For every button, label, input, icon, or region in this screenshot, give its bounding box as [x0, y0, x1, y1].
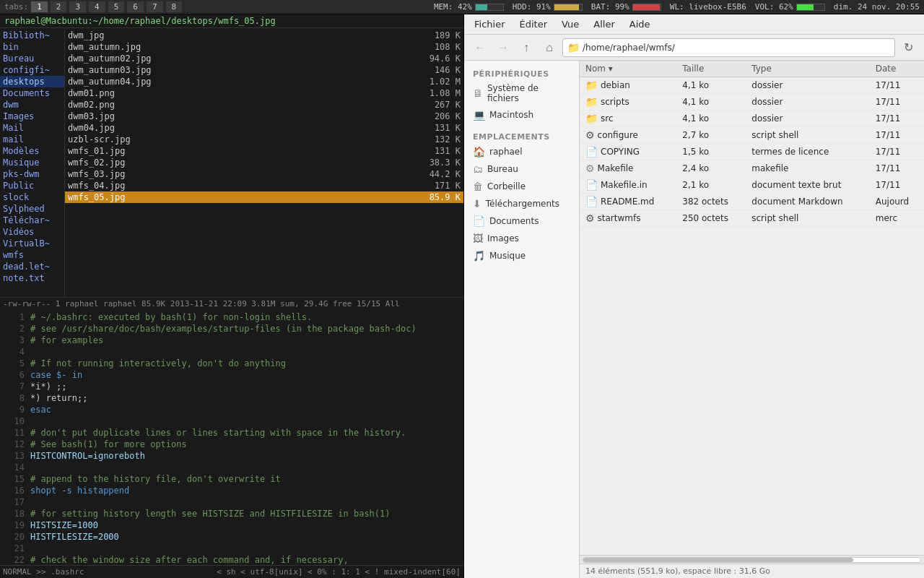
dir-item-slock[interactable]: slock [0, 191, 64, 203]
col-type[interactable]: Type [746, 61, 869, 77]
refresh-button[interactable]: ↻ [898, 38, 918, 57]
dir-item-dead-let-[interactable]: dead.let~ [0, 261, 64, 272]
forward-button[interactable]: → [493, 38, 513, 57]
sidebar-label-telechargements: Téléchargements [486, 199, 559, 209]
editor-line-1: 1# ~/.bashrc: executed by bash(1) for no… [0, 311, 463, 323]
file-item-dwm-autumn03-jpg[interactable]: dwm_autumn03.jpg146 K [65, 64, 463, 76]
home-button[interactable]: ⌂ [539, 38, 559, 57]
file-item-dwm04-jpg[interactable]: dwm04.jpg131 K [65, 122, 463, 134]
dir-item-biblioth-[interactable]: Biblioth~ [0, 30, 64, 41]
file-item-dwm-autumn-jpg[interactable]: dwm_autumn.jpg108 K [65, 41, 463, 53]
dir-item-mail[interactable]: mail [0, 134, 64, 145]
cell-name: ⚙ startwmfs [580, 210, 676, 227]
fm-address-bar[interactable]: 📁 /home/raphael/wmfs/ [562, 38, 895, 57]
dir-item-note-txt[interactable]: note.txt [0, 272, 64, 284]
dir-item-bureau[interactable]: Bureau [0, 53, 64, 64]
dir-item-sylpheed[interactable]: Sylpheed [0, 203, 64, 215]
fm-scroll-area[interactable]: Nom ▾ Taille Type Date 📁 debian 4,1 ko [580, 61, 924, 555]
table-row[interactable]: ⚙ startwmfs 250 octets script shell merc [580, 210, 924, 227]
bat-stat: BAT: 99% [591, 2, 661, 12]
filename-text: wmfs_04.jpg [68, 181, 406, 191]
tab-4[interactable]: 4 [89, 1, 105, 12]
line-content: # for examples [30, 335, 461, 346]
tab-5[interactable]: 5 [108, 1, 125, 12]
dir-item-pks-dwm[interactable]: pks-dwm [0, 168, 64, 180]
filesize-text: 131 K [406, 123, 461, 133]
file-item-wmfs-05-jpg[interactable]: wmfs_05.jpg85.9 K [65, 191, 463, 203]
sidebar-item-raphael[interactable]: 🏠 raphael [464, 143, 579, 160]
fm-status-text: 14 éléments (551,9 ko), espace libre : 3… [585, 566, 770, 576]
file-item-wmfs-03-jpg[interactable]: wmfs_03.jpg44.2 K [65, 168, 463, 180]
sidebar-item-corbeille[interactable]: 🗑 Corbeille [464, 178, 579, 195]
table-row[interactable]: 📄 README.md 382 octets document Markdown… [580, 194, 924, 210]
dir-item-public[interactable]: Public [0, 180, 64, 191]
tab-3[interactable]: 3 [69, 1, 86, 12]
fm-menu-vue[interactable]: Vue [557, 17, 583, 31]
sidebar-item-documents[interactable]: 📄 Documents [464, 212, 579, 230]
table-row[interactable]: 📁 scripts 4,1 ko dossier 17/11 [580, 94, 924, 111]
dir-item-virtualb-[interactable]: VirtualB~ [0, 238, 64, 249]
fm-content: Nom ▾ Taille Type Date 📁 debian 4,1 ko [580, 61, 924, 578]
sidebar-item-musique[interactable]: 🎵 Musique [464, 247, 579, 264]
fm-menu-aller[interactable]: Aller [589, 17, 619, 31]
table-row[interactable]: 📁 debian 4,1 ko dossier 17/11 [580, 77, 924, 94]
editor-line-3: 3# for examples [0, 335, 463, 346]
sidebar-item-bureau[interactable]: 🗂 Bureau [464, 160, 579, 178]
file-name-text: startwmfs [598, 213, 641, 223]
fm-hscrollbar[interactable] [580, 555, 924, 564]
table-row[interactable]: ⚙ configure 2,7 ko script shell 17/11 [580, 127, 924, 144]
sidebar-item-macintosh[interactable]: 💻 Macintosh [464, 106, 579, 124]
dir-item-dwm[interactable]: dwm [0, 99, 64, 111]
table-row[interactable]: 📄 Makefile.in 2,1 ko document texte brut… [580, 177, 924, 194]
file-item-uzbl-scr-jpg[interactable]: uzbl-scr.jpg132 K [65, 134, 463, 145]
cell-date: 17/11 [870, 77, 924, 94]
editor-content[interactable]: 1# ~/.bashrc: executed by bash(1) for no… [0, 310, 463, 566]
col-date[interactable]: Date [870, 61, 924, 77]
file-item-dwm02-png[interactable]: dwm02.png267 K [65, 99, 463, 111]
file-item-wmfs-01-jpg[interactable]: wmfs_01.jpg131 K [65, 145, 463, 157]
col-nom[interactable]: Nom ▾ [580, 61, 676, 77]
file-item-dwm-autumn02-jpg[interactable]: dwm_autumn02.jpg94.6 K [65, 53, 463, 64]
dir-item-bin[interactable]: bin [0, 41, 64, 53]
dir-item-configfi-[interactable]: configfi~ [0, 64, 64, 76]
line-number: 4 [3, 346, 25, 358]
tab-2[interactable]: 2 [51, 1, 67, 12]
file-item-wmfs-02-jpg[interactable]: wmfs_02.jpg38.3 K [65, 157, 463, 168]
table-row[interactable]: 📁 src 4,1 ko dossier 17/11 [580, 111, 924, 127]
dir-item-musique[interactable]: Musique [0, 157, 64, 168]
col-taille[interactable]: Taille [676, 61, 746, 77]
up-button[interactable]: ↑ [516, 38, 536, 57]
file-item-dwm03-jpg[interactable]: dwm03.jpg206 K [65, 111, 463, 122]
sidebar-item-filesystem[interactable]: 🖥 Système de fichiers [464, 80, 579, 106]
table-row[interactable]: ⚙ Makefile 2,4 ko makefile 17/11 [580, 160, 924, 177]
sidebar-item-telechargements[interactable]: ⬇ Téléchargements [464, 195, 579, 212]
filesize-text: 1.02 M [406, 77, 461, 87]
dir-item-documents[interactable]: Documents [0, 87, 64, 99]
dir-item-mail[interactable]: Mail [0, 122, 64, 134]
file-item-wmfs-04-jpg[interactable]: wmfs_04.jpg171 K [65, 180, 463, 191]
dir-item-desktops[interactable]: desktops [0, 76, 64, 87]
cell-type: dossier [746, 94, 869, 111]
fm-menu-fichier[interactable]: Fichier [470, 17, 510, 31]
file-item-dwm-jpg[interactable]: dwm_jpg189 K [65, 30, 463, 41]
dir-item-t-l-char-[interactable]: Téléchar~ [0, 215, 64, 226]
tab-1[interactable]: 1 [31, 1, 48, 12]
dir-item-wmfs[interactable]: wmfs [0, 249, 64, 261]
back-button[interactable]: ← [470, 38, 490, 57]
tab-6[interactable]: 6 [127, 1, 144, 12]
file-columns: Biblioth~binBureauconfigfi~desktopsDocum… [0, 28, 463, 297]
dir-item-mod-les[interactable]: Modèles [0, 145, 64, 157]
fm-menu-aide[interactable]: Aide [625, 17, 655, 31]
sidebar-item-images[interactable]: 🖼 Images [464, 230, 579, 247]
filesize-text: 94.6 K [406, 53, 461, 64]
line-number: 22 [3, 554, 25, 566]
tab-7[interactable]: 7 [147, 1, 163, 12]
file-item-dwm-autumn04-jpg[interactable]: dwm_autumn04.jpg1.02 M [65, 76, 463, 87]
dir-item-vid-os[interactable]: Vidéos [0, 226, 64, 238]
cell-name: 📁 debian [580, 77, 676, 94]
tab-8[interactable]: 8 [166, 1, 183, 12]
file-item-dwm01-png[interactable]: dwm01.png1.08 M [65, 87, 463, 99]
table-row[interactable]: 📄 COPYING 1,5 ko termes de licence 17/11 [580, 144, 924, 160]
fm-menu-editer[interactable]: Éditer [515, 17, 552, 31]
dir-item-images[interactable]: Images [0, 111, 64, 122]
